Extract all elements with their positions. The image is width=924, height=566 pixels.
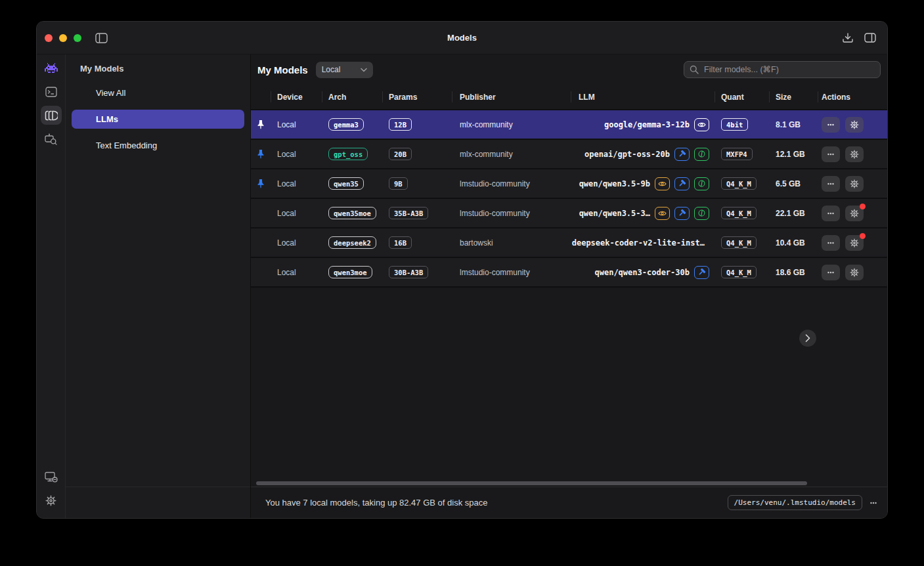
update-badge [860,204,866,209]
models-summary: You have 7 local models, taking up 82.47… [265,498,487,508]
model-row[interactable]: Local qwen3moe 30B-A3B lmstudio-communit… [251,258,887,286]
downloads-icon[interactable] [839,30,857,47]
publisher-cell: bartowski [452,229,571,257]
horizontal-scrollbar[interactable] [251,480,887,487]
row-more-button[interactable] [822,206,840,221]
params-badge: 30B-A3B [389,266,428,278]
quant-badge: Q4_K_M [721,177,757,190]
params-badge: 9B [389,177,408,190]
arch-badge: qwen35moe [328,207,376,219]
model-row[interactable]: Local qwen35moe 35B-A3B lmstudio-communi… [251,199,887,227]
page-title: My Models [257,64,308,76]
row-more-button[interactable] [822,146,840,162]
pin-icon[interactable] [257,120,265,129]
model-row[interactable]: Local qwen35 9B lmstudio-community qwen/… [251,169,887,198]
arch-badge: qwen35 [328,177,364,190]
main-panel: My Models Local Device Arch Params Publi… [251,54,887,518]
capability-tools-icon [674,177,690,190]
params-badge: 12B [389,118,412,131]
device-cell: Local [271,110,322,139]
sidebar-item-view-all[interactable]: View All [72,83,244,102]
search-icon [690,65,699,77]
params-badge: 35B-A3B [389,207,428,219]
llm-name: openai/gpt-oss-20b [584,150,670,159]
settings-gear-icon[interactable] [41,491,62,510]
pin-icon[interactable] [257,149,265,159]
pin-icon[interactable] [257,179,265,188]
close-button[interactable] [45,34,53,42]
publisher-cell: mlx-community [452,140,571,168]
traffic-lights [45,34,81,42]
minimize-button[interactable] [59,34,67,42]
chat-icon[interactable] [41,58,62,77]
sidebar-item-llms[interactable]: LLMs [72,110,244,129]
quant-badge: Q4_K_M [721,266,757,278]
publisher-cell: lmstudio-community [452,169,571,198]
capability-icons [694,266,709,279]
row-settings-button[interactable] [845,206,864,221]
model-row[interactable]: Local gemma3 12B mlx-community google/ge… [251,110,887,139]
col-quant: Quant [715,85,769,109]
col-size: Size [769,85,818,109]
params-badge: 16B [389,236,412,249]
capability-reasoning-icon [694,177,709,190]
capability-tools-icon [674,207,690,220]
table-header: Device Arch Params Publisher LLM Quant S… [251,85,887,109]
title-bar: Models [37,22,887,54]
my-models-icon[interactable] [41,106,62,125]
row-settings-button[interactable] [845,117,864,133]
device-cell: Local [271,199,322,227]
update-badge [860,233,866,239]
arch-badge: gpt_oss [328,148,368,160]
scroll-right-button[interactable] [799,330,816,347]
model-rows: Local gemma3 12B mlx-community google/ge… [251,109,887,288]
publisher-cell: lmstudio-community [452,258,571,286]
device-cell: Local [271,258,322,286]
chevron-down-icon [361,68,367,72]
row-settings-button[interactable] [845,235,864,251]
params-badge: 20B [389,148,412,160]
sidebar-toggle-icon[interactable] [92,30,110,47]
capability-icons [655,207,709,220]
zoom-button[interactable] [74,34,81,42]
models-path[interactable]: /Users/venu/.lmstudio/models [728,495,862,510]
model-scope-dropdown[interactable]: Local [316,62,373,78]
capability-icons [674,148,709,161]
device-cell: Local [271,169,322,198]
row-more-button[interactable] [822,235,840,251]
col-actions: Actions [818,85,887,109]
row-settings-button[interactable] [845,146,864,162]
llm-name: qwen/qwen3.5-9b [579,179,650,188]
capability-icons [694,118,709,131]
row-more-button[interactable] [822,176,840,192]
col-arch: Arch [322,85,382,109]
model-row[interactable]: Local deepseek2 16B bartowski deepseek-c… [251,229,887,257]
right-panel-toggle-icon[interactable] [861,30,879,47]
size-cell: 12.1 GB [769,140,818,168]
quant-badge: 4bit [721,118,748,131]
col-publisher: Publisher [452,85,571,109]
row-more-button[interactable] [822,117,840,133]
capability-icons [655,177,709,190]
model-row[interactable]: Local gpt_oss 20B mlx-community openai/g… [251,140,887,168]
developer-terminal-icon[interactable] [41,82,62,101]
discover-search-icon[interactable] [41,129,62,148]
capability-vision-icon [655,177,670,190]
sidebar-item-text-embedding[interactable]: Text Embedding [72,136,244,155]
device-cell: Local [271,229,322,257]
col-llm: LLM [571,85,715,109]
llm-name: qwen/qwen3.5-3… [579,209,650,218]
quant-badge: MXFP4 [721,148,753,160]
filter-models-input[interactable] [684,61,881,78]
row-settings-button[interactable] [845,176,864,192]
app-window: Models [36,21,888,519]
row-settings-button[interactable] [845,265,864,280]
arch-badge: qwen3moe [328,266,372,278]
scrollbar-thumb[interactable] [256,481,807,485]
footer-more-button[interactable] [869,498,878,508]
sidebar: My Models View All LLMs Text Embedding [66,54,251,518]
remote-connection-icon[interactable] [41,468,62,487]
size-cell: 22.1 GB [769,199,818,227]
status-bar: You have 7 local models, taking up 82.47… [251,487,887,518]
row-more-button[interactable] [822,265,840,280]
